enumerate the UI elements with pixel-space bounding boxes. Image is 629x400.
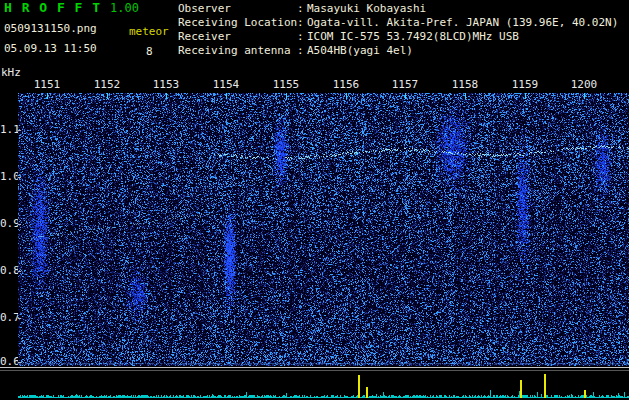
info-row: Receiving antenna:A504HB(yagi 4el) bbox=[178, 44, 618, 58]
x-tick-label: 1159 bbox=[512, 79, 539, 91]
level-canvas bbox=[18, 372, 629, 398]
x-tick-label: 1157 bbox=[392, 79, 419, 91]
y-tick-label: 1.0 bbox=[0, 171, 16, 183]
info-label: Receiver bbox=[178, 30, 297, 44]
app-version: 1.00 bbox=[110, 1, 139, 15]
info-label: Receiving antenna bbox=[178, 44, 297, 58]
x-tick-label: 1152 bbox=[94, 79, 121, 91]
separator-line bbox=[0, 370, 629, 371]
info-colon: : bbox=[297, 2, 307, 16]
hrofft-screen: H R O F F T1.00 0509131150.png meteor 05… bbox=[0, 0, 629, 400]
spectrogram-canvas bbox=[18, 93, 629, 366]
x-tick-label: 1200 bbox=[571, 79, 598, 91]
info-value: A504HB(yagi 4el) bbox=[307, 44, 413, 57]
info-row: Observer:Masayuki Kobayashi bbox=[178, 2, 618, 16]
x-tick-label: 1153 bbox=[153, 79, 180, 91]
app-title: H R O F F T bbox=[4, 0, 101, 15]
info-row: Receiver:ICOM IC-575 53.7492(8LCD)MHz US… bbox=[178, 30, 618, 44]
y-tick-label: 0.9 bbox=[0, 218, 16, 230]
info-row: Receiving Location:Ogata-vill. Akita-Pre… bbox=[178, 16, 618, 30]
echo-count: 8 bbox=[146, 46, 153, 58]
y-tick-label: 0.8 bbox=[0, 265, 16, 277]
info-value: Ogata-vill. Akita-Pref. JAPAN (139.96E, … bbox=[307, 16, 618, 29]
info-value: Masayuki Kobayashi bbox=[307, 2, 426, 15]
mode-label: meteor bbox=[129, 26, 169, 38]
x-tick-label: 1156 bbox=[333, 79, 360, 91]
header-info: Observer:Masayuki Kobayashi Receiving Lo… bbox=[178, 2, 618, 58]
x-tick-label: 1151 bbox=[34, 79, 61, 91]
separator-line bbox=[0, 367, 629, 368]
info-colon: : bbox=[297, 44, 307, 58]
info-colon: : bbox=[297, 30, 307, 44]
y-tick-label: 0.7 bbox=[0, 312, 16, 324]
y-tick-label: 1.1 bbox=[0, 124, 16, 136]
info-value: ICOM IC-575 53.7492(8LCD)MHz USB bbox=[307, 30, 519, 43]
output-filename: 0509131150.png bbox=[4, 23, 97, 35]
x-tick-label: 1155 bbox=[273, 79, 300, 91]
x-tick-label: 1158 bbox=[452, 79, 479, 91]
info-colon: : bbox=[297, 16, 307, 30]
x-tick-label: 1154 bbox=[213, 79, 240, 91]
info-label: Receiving Location bbox=[178, 16, 297, 30]
datetime-label: 05.09.13 11:50 bbox=[4, 43, 97, 55]
info-label: Observer bbox=[178, 2, 297, 16]
title-row: H R O F F T1.00 bbox=[4, 2, 139, 15]
freq-axis-unit: kHz bbox=[1, 67, 21, 79]
